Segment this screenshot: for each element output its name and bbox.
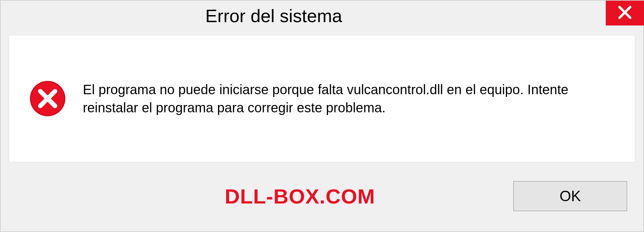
error-icon <box>29 80 66 117</box>
error-dialog: Error del sistema El programa no puede i… <box>0 0 644 232</box>
content-panel: El programa no puede iniciarse porque fa… <box>9 35 635 162</box>
watermark-text: DLL-BOX.COM <box>225 184 375 208</box>
title-bar: Error del sistema <box>1 1 643 31</box>
close-button[interactable] <box>606 1 644 25</box>
ok-button[interactable]: OK <box>513 181 627 211</box>
close-icon <box>617 4 633 22</box>
error-message: El programa no puede iniciarse porque fa… <box>83 80 615 117</box>
dialog-title: Error del sistema <box>205 5 342 26</box>
dialog-footer: DLL-BOX.COM OK <box>1 171 643 231</box>
